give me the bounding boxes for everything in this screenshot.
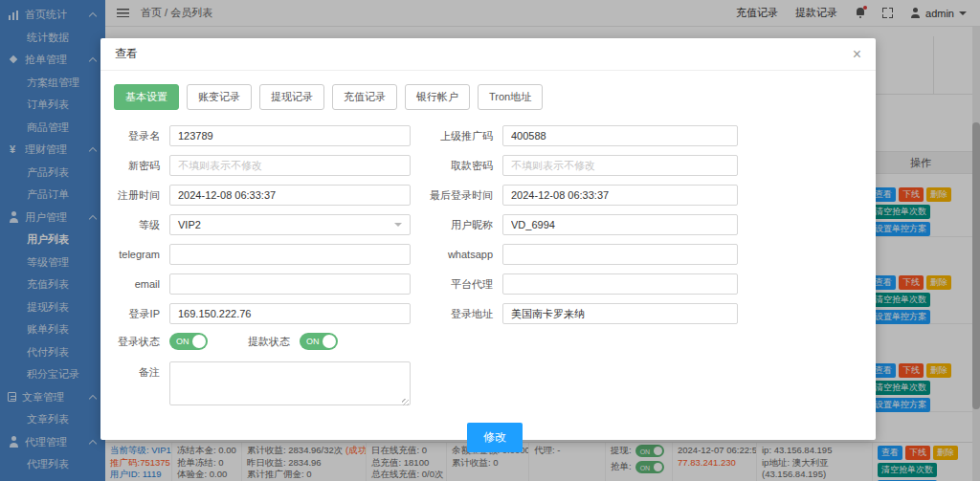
modal-body: 基本设置账变记录提现记录充值记录银行帐户Tron地址 登录名 上级推广码 新密码…	[100, 71, 876, 452]
whatsapp-label: whatsapp	[416, 249, 493, 260]
withdraw-password-label: 取款密码	[416, 159, 493, 173]
login-address-field[interactable]	[502, 303, 738, 324]
login-status-label: 登录状态	[114, 335, 160, 349]
level-select[interactable]: VIP2	[169, 214, 411, 235]
modal-tab[interactable]: 提现记录	[259, 84, 324, 110]
parent-code-field[interactable]	[502, 125, 738, 146]
withdraw-status-label: 提款状态	[213, 335, 290, 349]
register-time-field[interactable]	[169, 185, 411, 206]
level-label: 等级	[114, 218, 160, 232]
new-password-label: 新密码	[114, 159, 160, 173]
modify-button[interactable]: 修改	[467, 423, 523, 452]
login-name-field[interactable]	[169, 125, 411, 146]
close-icon[interactable]: ×	[853, 47, 861, 62]
email-label: email	[114, 278, 160, 290]
modal-tab[interactable]: 账变记录	[187, 84, 252, 110]
remark-textarea[interactable]	[169, 361, 411, 405]
login-status-toggle[interactable]: ON	[169, 333, 208, 350]
last-login-time-label: 最后登录时间	[416, 188, 493, 203]
modal-header: 查看 ×	[100, 38, 876, 71]
withdraw-status-toggle[interactable]: ON	[300, 333, 338, 350]
nickname-label: 用户昵称	[416, 218, 493, 232]
modal-tab[interactable]: Tron地址	[478, 84, 543, 110]
login-name-label: 登录名	[114, 129, 160, 143]
modal-title: 查看	[115, 46, 138, 62]
chevron-down-icon	[394, 223, 402, 227]
modal-tab[interactable]: 基本设置	[114, 84, 179, 110]
email-field[interactable]	[169, 273, 411, 295]
parent-code-label: 上级推广码	[416, 129, 493, 143]
last-login-time-field[interactable]	[502, 185, 738, 206]
new-password-field[interactable]	[169, 155, 411, 176]
login-ip-label: 登录IP	[114, 307, 160, 321]
register-time-label: 注册时间	[114, 188, 160, 203]
platform-agent-label: 平台代理	[416, 277, 493, 292]
level-select-value: VIP2	[178, 219, 201, 230]
modal-tabs: 基本设置账变记录提现记录充值记录银行帐户Tron地址	[114, 84, 876, 110]
login-ip-field[interactable]	[169, 303, 411, 324]
telegram-field[interactable]	[169, 244, 411, 265]
modal-tab[interactable]: 充值记录	[332, 84, 397, 110]
modal-tab[interactable]: 银行帐户	[405, 84, 470, 110]
platform-agent-field[interactable]	[502, 273, 738, 295]
nickname-field[interactable]	[502, 214, 738, 235]
whatsapp-field[interactable]	[502, 244, 738, 265]
withdraw-password-field[interactable]	[502, 155, 738, 176]
remark-label: 备注	[114, 361, 160, 380]
telegram-label: telegram	[114, 249, 160, 260]
login-address-label: 登录地址	[416, 307, 493, 321]
view-user-modal: 查看 × 基本设置账变记录提现记录充值记录银行帐户Tron地址 登录名 上级推广…	[100, 38, 876, 440]
